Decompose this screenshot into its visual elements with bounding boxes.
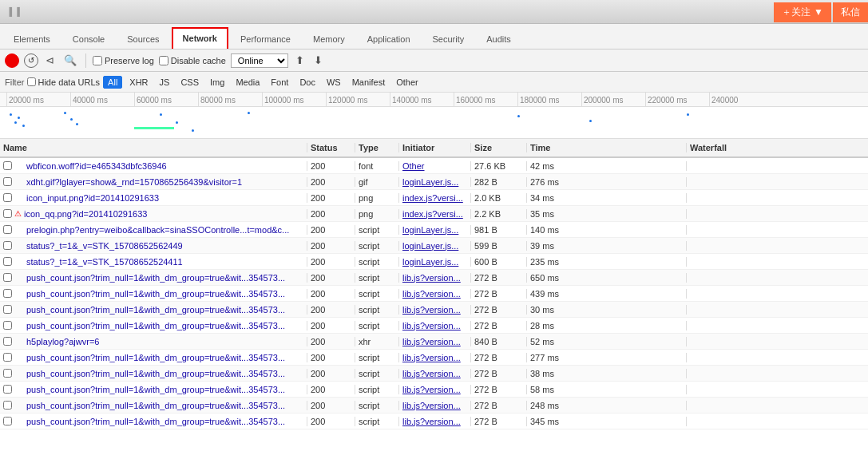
row-checkbox[interactable] (3, 209, 12, 218)
row-checkbox[interactable] (3, 225, 12, 234)
table-row[interactable]: xdht.gif?lglayer=show&_rnd=1570865256439… (0, 174, 868, 190)
record-button[interactable] (5, 53, 19, 68)
follow-button[interactable]: ＋关注 ▼ (774, 2, 831, 22)
row-checkbox[interactable] (3, 369, 12, 378)
timeline-dot (160, 113, 162, 116)
row-checkbox[interactable] (3, 273, 12, 282)
initiator-link[interactable]: index.js?versi... (402, 209, 467, 219)
row-checkbox[interactable] (3, 305, 12, 314)
initiator-link[interactable]: lib.js?version... (402, 385, 467, 394)
row-checkbox[interactable] (3, 161, 12, 170)
initiator-link[interactable]: lib.js?version... (402, 273, 467, 283)
table-row[interactable]: push_count.json?trim_null=1&with_dm_grou… (0, 350, 868, 366)
message-button[interactable]: 私信 (833, 2, 868, 22)
preserve-log-checkbox[interactable] (93, 56, 102, 65)
upload-icon[interactable]: ⬆ (293, 54, 307, 66)
row-checkbox[interactable] (3, 417, 12, 425)
filter-icon[interactable]: ⊲ (43, 54, 57, 66)
initiator-link[interactable]: lib.js?version... (402, 369, 467, 378)
row-checkbox[interactable] (3, 289, 12, 298)
filter-doc[interactable]: Doc (295, 77, 319, 88)
filter-all[interactable]: All (103, 76, 122, 89)
tick-240000: 240000 (709, 93, 738, 107)
tab-memory[interactable]: Memory (303, 29, 355, 49)
col-header-status[interactable]: Status (307, 143, 355, 152)
table-row[interactable]: push_count.json?trim_null=1&with_dm_grou… (0, 318, 868, 334)
col-header-name[interactable]: Name (0, 143, 307, 152)
filter-font[interactable]: Font (267, 77, 292, 88)
throttling-select[interactable]: Online Fast 3G Slow 3G Offline (231, 53, 288, 68)
filter-js[interactable]: JS (156, 77, 174, 88)
tab-elements[interactable]: Elements (3, 29, 61, 49)
col-header-time[interactable]: Time (527, 143, 687, 152)
tick-180000: 180000 ms (517, 93, 559, 107)
table-row[interactable]: prelogin.php?entry=weibo&callback=sinaSS… (0, 222, 868, 238)
row-checkbox[interactable] (3, 177, 12, 186)
table-row[interactable]: push_count.json?trim_null=1&with_dm_grou… (0, 382, 868, 398)
table-row[interactable]: wbficon.woff?id=e465343dbfc36946 200 fon… (0, 158, 868, 174)
table-row[interactable]: push_count.json?trim_null=1&with_dm_grou… (0, 398, 868, 414)
tab-audits[interactable]: Audits (476, 29, 521, 49)
row-checkbox[interactable] (3, 241, 12, 250)
filter-media[interactable]: Media (232, 77, 264, 88)
table-row[interactable]: h5playlog?ajwvr=6 200 xhr lib.js?version… (0, 334, 868, 350)
initiator-link[interactable]: lib.js?version... (402, 289, 467, 299)
initiator-link[interactable]: lib.js?version... (402, 337, 467, 346)
initiator-link[interactable]: loginLayer.js... (402, 257, 467, 267)
tab-console[interactable]: Console (62, 29, 115, 49)
clear-button[interactable]: ↺ (24, 53, 38, 68)
tab-performance[interactable]: Performance (230, 29, 301, 49)
initiator-link[interactable]: lib.js?version... (402, 401, 467, 410)
table-row[interactable]: push_count.json?trim_null=1&with_dm_grou… (0, 302, 868, 318)
download-icon[interactable]: ⬇ (311, 54, 325, 66)
table-row[interactable]: status?_t=1&_v=STK_15708652524411 200 sc… (0, 254, 868, 270)
table-row[interactable]: status?_t=1&_v=STK_15708652562449 200 sc… (0, 238, 868, 254)
tab-sources[interactable]: Sources (117, 29, 169, 49)
initiator-link[interactable]: Other (402, 161, 467, 171)
initiator-link[interactable]: lib.js?version... (402, 417, 467, 426)
row-checkbox[interactable] (3, 257, 12, 266)
table-row[interactable]: push_count.json?trim_null=1&with_dm_grou… (0, 270, 868, 286)
filter-xhr[interactable]: XHR (125, 77, 152, 88)
follow-dropdown-icon[interactable]: ▼ (814, 6, 823, 18)
row-checkbox[interactable] (3, 193, 12, 202)
row-checkbox[interactable] (3, 337, 12, 346)
timeline-dot (517, 115, 520, 117)
initiator-link[interactable]: loginLayer.js... (402, 177, 467, 187)
timeline-dot (64, 112, 66, 114)
filter-css[interactable]: CSS (176, 77, 203, 88)
filter-ws[interactable]: WS (323, 77, 345, 88)
disable-cache-checkbox[interactable] (159, 56, 168, 65)
cell-type: png (355, 209, 399, 219)
cell-type: script (355, 385, 399, 394)
col-header-type[interactable]: Type (355, 143, 399, 152)
table-row[interactable]: push_count.json?trim_null=1&with_dm_grou… (0, 286, 868, 302)
table-row[interactable]: ⚠ icon_qq.png?id=201410291633 200 png in… (0, 206, 868, 222)
tab-network[interactable]: Network (172, 27, 228, 49)
row-checkbox[interactable] (3, 385, 12, 394)
initiator-link[interactable]: loginLayer.js... (402, 225, 467, 235)
search-icon[interactable]: 🔍 (61, 54, 79, 66)
row-checkbox[interactable] (3, 353, 12, 362)
initiator-link[interactable]: lib.js?version... (402, 305, 467, 315)
filter-manifest[interactable]: Manifest (348, 77, 390, 88)
filter-other[interactable]: Other (392, 77, 422, 88)
table-row[interactable]: icon_input.png?id=201410291633 200 png i… (0, 190, 868, 206)
initiator-link[interactable]: index.js?versi... (402, 193, 467, 203)
cell-time: 58 ms (527, 385, 687, 394)
initiator-link[interactable]: lib.js?version... (402, 321, 467, 330)
row-checkbox[interactable] (3, 401, 12, 410)
row-checkbox[interactable] (3, 321, 12, 330)
table-row[interactable]: push_count.json?trim_null=1&with_dm_grou… (0, 366, 868, 382)
initiator-link[interactable]: lib.js?version... (402, 353, 467, 362)
tab-application[interactable]: Application (357, 29, 421, 49)
hide-data-urls-checkbox[interactable] (27, 77, 36, 86)
col-header-size[interactable]: Size (471, 143, 527, 152)
tab-security[interactable]: Security (422, 29, 475, 49)
table-row[interactable]: push_count.json?trim_null=1&with_dm_grou… (0, 414, 868, 429)
col-header-waterfall[interactable]: Waterfall (687, 143, 868, 152)
col-header-initiator[interactable]: Initiator (399, 143, 471, 152)
cell-name: prelogin.php?entry=weibo&callback=sinaSS… (0, 225, 307, 235)
filter-img[interactable]: Img (206, 77, 228, 88)
initiator-link[interactable]: loginLayer.js... (402, 241, 467, 251)
